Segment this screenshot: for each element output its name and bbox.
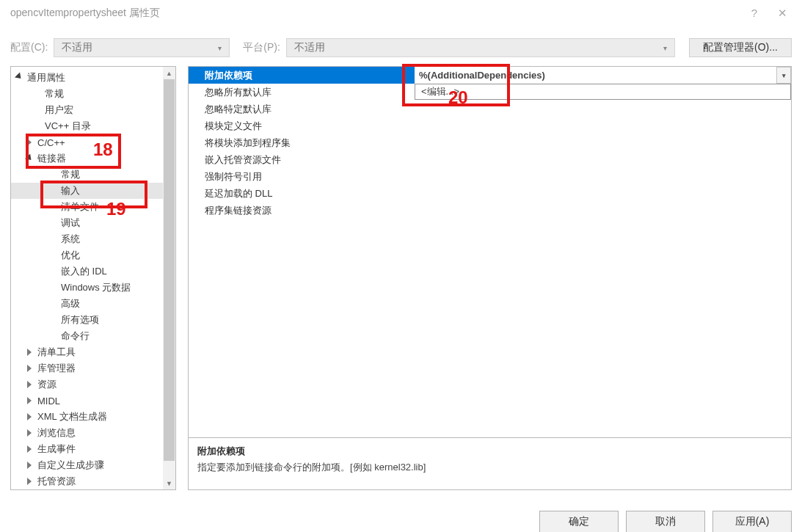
expander-closed-icon[interactable] bbox=[26, 379, 36, 390]
scroll-down-icon[interactable]: ▼ bbox=[163, 477, 175, 489]
help-title: 附加依赖项 bbox=[197, 445, 782, 458]
apply-button[interactable]: 应用(A) bbox=[712, 511, 792, 532]
grid-cell-name: 嵌入托管资源文件 bbox=[189, 153, 415, 167]
tree-item[interactable]: 清单文件 bbox=[11, 199, 175, 215]
chevron-down-icon: ▾ bbox=[663, 44, 667, 52]
apply-label: 应用(A) bbox=[735, 515, 770, 528]
tree-item[interactable]: 命令行 bbox=[11, 328, 175, 344]
edit-dropdown-option[interactable]: <编辑...> bbox=[415, 84, 791, 100]
tree-item[interactable]: 资源 bbox=[11, 376, 175, 393]
config-manager-label: 配置管理器(O)... bbox=[703, 41, 778, 54]
cancel-label: 取消 bbox=[655, 515, 676, 528]
platform-value: 不适用 bbox=[294, 41, 325, 54]
tree-label: 所有选项 bbox=[61, 313, 99, 327]
grid-header-row[interactable]: 附加依赖项 %(AdditionalDependencies) ▾ bbox=[189, 67, 791, 84]
grid-cell-name: 将模块添加到程序集 bbox=[189, 136, 415, 150]
tree-item[interactable]: 常规 bbox=[11, 167, 175, 183]
help-body: 指定要添加到链接命令行的附加项。[例如 kernel32.lib] bbox=[197, 461, 782, 474]
grid-row[interactable]: 模块定义文件 bbox=[189, 117, 791, 134]
tree-item[interactable]: VC++ 目录 bbox=[11, 118, 175, 134]
tree-item[interactable]: 库管理器 bbox=[11, 360, 175, 376]
tree-item-selected[interactable]: 输入 bbox=[11, 183, 175, 199]
tree-item[interactable]: 调试 bbox=[11, 215, 175, 231]
tree-item[interactable]: 托管资源 bbox=[11, 473, 175, 489]
tree-item[interactable]: 生成事件 bbox=[11, 441, 175, 457]
chevron-down-icon: ▾ bbox=[218, 44, 222, 52]
expander-closed-icon[interactable] bbox=[26, 476, 36, 487]
grid-cell-name: 强制符号引用 bbox=[189, 170, 415, 183]
expander-closed-icon[interactable] bbox=[26, 137, 36, 147]
tree-label: VC++ 目录 bbox=[45, 120, 91, 133]
platform-combo[interactable]: 不适用 ▾ bbox=[286, 38, 675, 57]
tree-item[interactable]: 系统 bbox=[11, 231, 175, 247]
expander-closed-icon[interactable] bbox=[26, 444, 36, 454]
tree-label: 清单文件 bbox=[61, 200, 99, 214]
expander-closed-icon[interactable] bbox=[26, 428, 36, 438]
expander-closed-icon[interactable] bbox=[26, 347, 36, 357]
tree-label: C/C++ bbox=[37, 137, 65, 148]
tree-label: 清单工具 bbox=[37, 346, 76, 359]
close-icon[interactable]: ✕ bbox=[778, 7, 787, 20]
tree-cpp[interactable]: C/C++ bbox=[11, 134, 175, 150]
expander-open-icon[interactable] bbox=[15, 73, 26, 83]
scroll-thumb[interactable] bbox=[164, 79, 175, 461]
tree-label: 输入 bbox=[61, 184, 80, 197]
help-icon[interactable]: ? bbox=[751, 7, 757, 20]
grid-header-value[interactable]: %(AdditionalDependencies) ▾ bbox=[415, 67, 791, 84]
toolbar: 配置(C): 不适用 ▾ 平台(P): 不适用 ▾ 配置管理器(O)... bbox=[0, 26, 802, 66]
ok-label: 确定 bbox=[569, 515, 589, 528]
grid-row[interactable]: 嵌入托管资源文件 bbox=[189, 151, 791, 168]
tree-item[interactable]: 高级 bbox=[11, 296, 175, 312]
platform-label: 平台(P): bbox=[243, 41, 280, 54]
tree-item[interactable]: 嵌入的 IDL bbox=[11, 263, 175, 280]
grid-cell-name: 程序集链接资源 bbox=[189, 204, 415, 217]
expander-closed-icon[interactable] bbox=[26, 412, 36, 422]
config-combo[interactable]: 不适用 ▾ bbox=[54, 38, 230, 57]
config-manager-button[interactable]: 配置管理器(O)... bbox=[689, 38, 792, 57]
config-label: 配置(C): bbox=[10, 41, 48, 54]
grid-row[interactable]: 将模块添加到程序集 bbox=[189, 134, 791, 151]
grid-header-name: 附加依赖项 bbox=[189, 69, 415, 82]
cancel-button[interactable]: 取消 bbox=[626, 511, 705, 532]
tree-label: 系统 bbox=[61, 233, 80, 246]
tree-linker[interactable]: 链接器 bbox=[11, 150, 175, 167]
expander-closed-icon[interactable] bbox=[26, 363, 36, 374]
tree-label: XML 文档生成器 bbox=[37, 410, 107, 423]
tree-item[interactable]: XML 文档生成器 bbox=[11, 409, 175, 425]
tree-item[interactable]: 所有选项 bbox=[11, 312, 175, 328]
expander-closed-icon[interactable] bbox=[26, 396, 36, 406]
dropdown-button[interactable]: ▾ bbox=[776, 67, 791, 84]
tree-label: 调试 bbox=[61, 216, 80, 230]
grid-cell-name: 忽略所有默认库 bbox=[189, 86, 415, 99]
grid-row[interactable]: 延迟加载的 DLL bbox=[189, 185, 791, 202]
tree-item[interactable]: 清单工具 bbox=[11, 344, 175, 360]
tree-item[interactable]: 常规 bbox=[11, 86, 175, 102]
grid-header-value-text: %(AdditionalDependencies) bbox=[419, 70, 545, 81]
tree-label: Windows 元数据 bbox=[61, 281, 131, 294]
ok-button[interactable]: 确定 bbox=[539, 511, 619, 532]
tree-item[interactable]: Windows 元数据 bbox=[11, 280, 175, 296]
tree-root[interactable]: 通用属性 bbox=[11, 70, 175, 86]
grid-row[interactable]: 忽略特定默认库 bbox=[189, 101, 791, 117]
tree-scrollbar[interactable]: ▲ ▼ bbox=[163, 67, 175, 489]
tree-label: 资源 bbox=[37, 378, 56, 391]
tree-panel: 通用属性 常规 用户宏 VC++ 目录 C/C++ 链接器 常规 输入 清单文件… bbox=[10, 66, 176, 490]
grid-cell-name: 延迟加载的 DLL bbox=[189, 187, 415, 200]
tree-label: 生成事件 bbox=[37, 442, 76, 456]
scroll-up-icon[interactable]: ▲ bbox=[163, 67, 175, 79]
edit-option-label: <编辑...> bbox=[421, 85, 459, 98]
tree-label: 链接器 bbox=[37, 152, 66, 165]
expander-closed-icon[interactable] bbox=[26, 460, 36, 470]
tree-item[interactable]: 优化 bbox=[11, 247, 175, 263]
grid-row[interactable]: 程序集链接资源 bbox=[189, 202, 791, 219]
tree-item[interactable]: MIDL bbox=[11, 393, 175, 409]
tree-label: 库管理器 bbox=[37, 362, 76, 375]
tree-label: 优化 bbox=[61, 249, 80, 262]
tree-item[interactable]: 用户宏 bbox=[11, 102, 175, 118]
grid-row[interactable]: 强制符号引用 bbox=[189, 168, 791, 185]
expander-open-icon[interactable] bbox=[26, 153, 36, 164]
grid-cell-name: 模块定义文件 bbox=[189, 120, 415, 133]
tree-item[interactable]: 浏览信息 bbox=[11, 425, 175, 441]
tree-label: 托管资源 bbox=[37, 475, 76, 488]
tree-item[interactable]: 自定义生成步骤 bbox=[11, 457, 175, 473]
